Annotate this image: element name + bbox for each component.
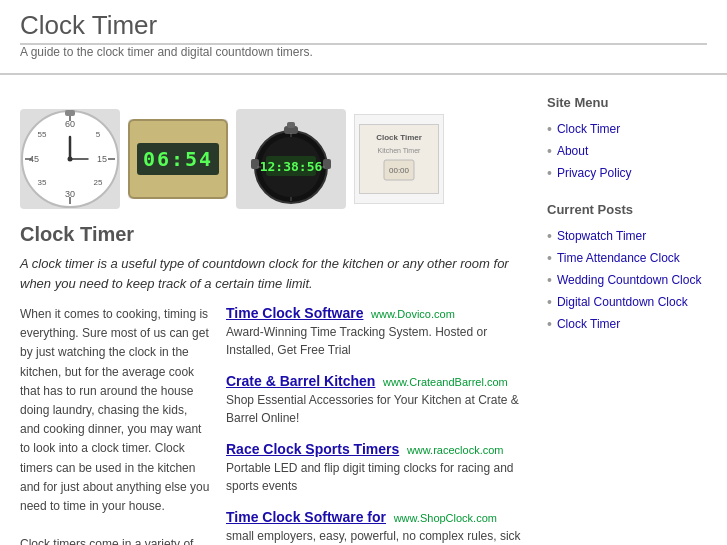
images-row: 60 30 45 15 55 5 35 25: [20, 109, 527, 209]
ad-title-1[interactable]: Time Clock Software: [226, 305, 363, 321]
svg-text:35: 35: [38, 178, 47, 187]
sidebar-post-attendance[interactable]: Time Attendance Clock: [547, 247, 707, 269]
ad-desc-1: Award-Winning Time Tracking System. Host…: [226, 323, 527, 359]
ad-title-2[interactable]: Crate & Barrel Kitchen: [226, 373, 375, 389]
ad-title-4[interactable]: Time Clock Software for: [226, 509, 386, 525]
page-title: Clock Timer: [20, 10, 707, 41]
sidebar-link-attendance[interactable]: Time Attendance Clock: [557, 251, 680, 265]
svg-text:30: 30: [65, 189, 75, 199]
ad-title-3[interactable]: Race Clock Sports Timers: [226, 441, 399, 457]
sidebar-menu-list: Clock Timer About Privacy Policy: [547, 118, 707, 184]
svg-rect-22: [287, 122, 295, 128]
svg-text:12:38:56: 12:38:56: [260, 159, 323, 174]
ad-item-4: Time Clock Software for www.ShopClock.co…: [226, 509, 527, 545]
svg-rect-16: [65, 110, 75, 116]
svg-text:15: 15: [97, 154, 107, 164]
digital-clock-image: 06:54: [128, 119, 228, 199]
sidebar-link-about[interactable]: About: [557, 144, 588, 158]
ad-desc-2: Shop Essential Accessories for Your Kitc…: [226, 391, 527, 427]
sidebar-link-wedding[interactable]: Wedding Countdown Clock: [557, 273, 702, 287]
ad-desc-4: small employers, easy, powerful, no comp…: [226, 527, 527, 545]
ad-item-2: Crate & Barrel Kitchen www.CrateandBarre…: [226, 373, 527, 427]
ad-url-4: www.ShopClock.com: [394, 512, 497, 524]
sidebar-link-stopwatch[interactable]: Stopwatch Timer: [557, 229, 646, 243]
sidebar-post-stopwatch[interactable]: Stopwatch Timer: [547, 225, 707, 247]
ad-url-1: www.Dovico.com: [371, 308, 455, 320]
sidebar-posts-list: Stopwatch Timer Time Attendance Clock We…: [547, 225, 707, 335]
left-text-para2: Clock timers come in a variety of uses. …: [20, 535, 210, 545]
digital-display: 06:54: [137, 143, 219, 175]
intro-text: A clock timer is a useful type of countd…: [20, 254, 527, 293]
sidebar-menu-title: Site Menu: [547, 95, 707, 110]
left-text-column: When it comes to cooking, timing is ever…: [20, 305, 210, 545]
sidebar-link-privacy[interactable]: Privacy Policy: [557, 166, 632, 180]
svg-text:60: 60: [65, 119, 75, 129]
sidebar-item-privacy[interactable]: Privacy Policy: [547, 162, 707, 184]
sidebar: Site Menu Clock Timer About Privacy Poli…: [547, 95, 707, 545]
sidebar-posts-title: Current Posts: [547, 202, 707, 217]
analog-clock-image: 60 30 45 15 55 5 35 25: [20, 109, 120, 209]
svg-text:25: 25: [94, 178, 103, 187]
page-subtitle: A guide to the clock timer and digital c…: [20, 45, 707, 59]
ad-item-3: Race Clock Sports Timers www.raceclock.c…: [226, 441, 527, 495]
section-title: Clock Timer: [20, 223, 527, 246]
sidebar-post-digital[interactable]: Digital Countdown Clock: [547, 291, 707, 313]
sidebar-menu-section: Site Menu Clock Timer About Privacy Poli…: [547, 95, 707, 184]
svg-text:5: 5: [96, 130, 101, 139]
sidebar-item-about[interactable]: About: [547, 140, 707, 162]
sidebar-item-clock-timer[interactable]: Clock Timer: [547, 118, 707, 140]
left-text-para1: When it comes to cooking, timing is ever…: [20, 305, 210, 516]
svg-text:00:00: 00:00: [389, 166, 410, 175]
sidebar-post-clock-timer[interactable]: Clock Timer: [547, 313, 707, 335]
sidebar-post-wedding[interactable]: Wedding Countdown Clock: [547, 269, 707, 291]
svg-text:45: 45: [29, 154, 39, 164]
sidebar-link-clock-timer[interactable]: Clock Timer: [557, 122, 620, 136]
sidebar-link-clock-timer2[interactable]: Clock Timer: [557, 317, 620, 331]
svg-point-15: [68, 157, 73, 162]
svg-text:55: 55: [38, 130, 47, 139]
product-box-image: Clock Timer Kitchen Timer 00:00: [354, 114, 444, 204]
ad-url-2: www.CrateandBarrel.com: [383, 376, 508, 388]
ads-column: Time Clock Software www.Dovico.com Award…: [226, 305, 527, 545]
sidebar-posts-section: Current Posts Stopwatch Timer Time Atten…: [547, 202, 707, 335]
ad-url-3: www.raceclock.com: [407, 444, 504, 456]
stopwatch-image: 12:38:56: [236, 109, 346, 209]
ad-item-1: Time Clock Software www.Dovico.com Award…: [226, 305, 527, 359]
sidebar-link-digital[interactable]: Digital Countdown Clock: [557, 295, 688, 309]
ad-desc-3: Portable LED and flip digit timing clock…: [226, 459, 527, 495]
